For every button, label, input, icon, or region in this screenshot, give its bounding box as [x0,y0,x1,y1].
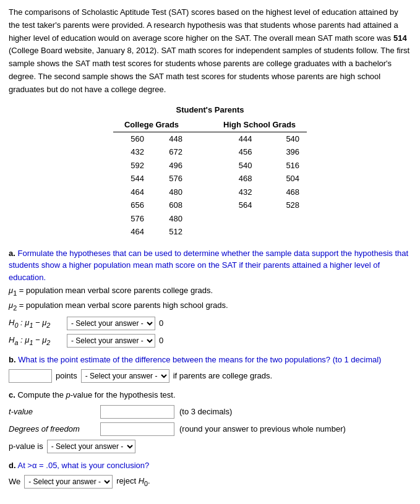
table-row: 592496540516 [113,159,307,173]
high-school-grads-header: High School Grads [212,118,307,132]
points-label: points [56,370,77,382]
hs-val-right: 396 [260,145,307,159]
part-d-label: d. [9,461,16,470]
table-row: 560448444540 [113,132,307,145]
h0-select[interactable]: - Select your answer - ≥ ≤ = > < ≠ [67,317,155,330]
hs-val-right: 504 [260,172,307,186]
p-italic: p [66,390,71,399]
college-val-right: 576 [152,172,190,186]
part-a-label: a. [9,249,15,258]
table-row: 544576468504 [113,172,307,186]
college-val-left: 656 [113,199,152,212]
ha-select[interactable]: - Select your answer - ≥ ≤ = > < ≠ [67,334,155,348]
part-b-block: b. What is the point estimate of the dif… [9,354,411,383]
reject-text: reject H0. [116,475,150,489]
h0-row: H0 : μ1 − μ2 - Select your answer - ≥ ≤ … [9,317,411,330]
df-input[interactable] [100,422,174,436]
ha-label: Ha : μ1 − μ2 [9,334,64,348]
hs-val-left: 540 [212,159,260,173]
college-val-right: 480 [152,212,190,226]
part-a-block: a. Formulate the hypotheses that can be … [9,247,411,348]
college-val-right: 480 [152,186,190,199]
college-val-left: 576 [113,212,152,226]
df-hint: (round your answer to previous whole num… [179,423,346,435]
t-value-label: t-value [9,406,95,418]
part-a-text: Formulate the hypotheses that can be use… [9,249,408,282]
hs-val-right: 468 [260,186,307,199]
point-estimate-select[interactable]: - Select your answer - greater less [81,369,169,383]
df-label: Degrees of freedom [9,423,95,435]
college-val-right: 512 [152,225,190,239]
intro-paragraph: The comparisons of Scholastic Aptitude T… [9,6,411,96]
mu2-definition: μ2 = population mean verbal score parent… [9,299,411,313]
mu1-symbol: μ1 = population mean verbal score parent… [9,286,213,295]
part-c-label: c. [9,390,15,399]
table-row: 656608564528 [113,199,307,212]
data-table-section: Student's Parents College Grads High Sch… [9,104,411,239]
point-estimate-input[interactable] [9,369,52,383]
part-d-text: At >α = .05, what is your conclusion? [17,461,149,470]
table-row: 576480 [113,212,307,226]
college-val-left: 544 [113,172,152,186]
h0-zero: 0 [159,317,163,330]
ha-row: Ha : μ1 − μ2 - Select your answer - ≥ ≤ … [9,334,411,348]
hs-val-right: 540 [260,132,307,145]
college-val-left: 464 [113,225,152,239]
table-row: 464480432468 [113,186,307,199]
mu1-definition: μ1 = population mean verbal score parent… [9,284,411,298]
hs-val-left: 468 [212,172,260,186]
table-title: Student's Parents [9,104,411,116]
p-value-label: p-value is [9,440,43,453]
p-value-row: p-value is - Select your answer - 0.005 … [9,440,411,453]
we-label: We [9,476,20,488]
intro-text-1: The comparisons of Scholastic Aptitude T… [9,7,398,43]
part-b-label: b. [9,355,16,364]
mu2-symbol: μ2 = population mean verbal score parent… [9,301,228,310]
data-table: College Grads High School Grads 56044844… [113,118,307,239]
hs-val-right: 516 [260,159,307,173]
t-value-hint: (to 3 decimals) [179,406,232,418]
college-val-left: 560 [113,132,152,145]
t-value-input[interactable] [100,405,174,419]
hs-val-left: 432 [212,186,260,199]
h0-label: H0 : μ1 − μ2 [9,317,64,330]
table-row: 464512 [113,225,307,239]
part-b-text: What is the point estimate of the differ… [18,355,381,364]
college-grads-header: College Grads [113,118,190,132]
part-c-block: c. Compute the p-value for the hypothesi… [9,389,411,453]
college-val-left: 432 [113,145,152,159]
college-val-left: 592 [113,159,152,173]
ha-zero: 0 [159,335,163,347]
college-val-right: 608 [152,199,190,212]
conclusion-select[interactable]: - Select your answer - do not can [24,475,113,489]
part-b-after: if parents are college grads. [173,370,272,382]
df-row: Degrees of freedom (round your answer to… [9,422,411,436]
intro-text-2: (College Board website, January 8, 2012)… [9,46,409,93]
college-val-right: 496 [152,159,190,173]
college-val-left: 464 [113,186,152,199]
part-d-block: d. At >α = .05, what is your conclusion?… [9,459,411,489]
hs-val-right: 528 [260,199,307,212]
conclusion-row: We - Select your answer - do not can rej… [9,475,411,489]
t-value-row: t-value (to 3 decimals) [9,405,411,419]
hs-val-left: 456 [212,145,260,159]
part-c-text: Compute the p-value for the hypothesis t… [17,390,175,399]
p-value-select[interactable]: - Select your answer - 0.005 0.010 0.025… [47,440,135,453]
hs-val-left: 444 [212,132,260,145]
mean-value: 514 [393,33,407,43]
point-estimate-row: points - Select your answer - greater le… [9,369,411,383]
hs-val-left: 564 [212,199,260,212]
college-val-right: 448 [152,132,190,145]
college-val-right: 672 [152,145,190,159]
table-row: 432672456396 [113,145,307,159]
